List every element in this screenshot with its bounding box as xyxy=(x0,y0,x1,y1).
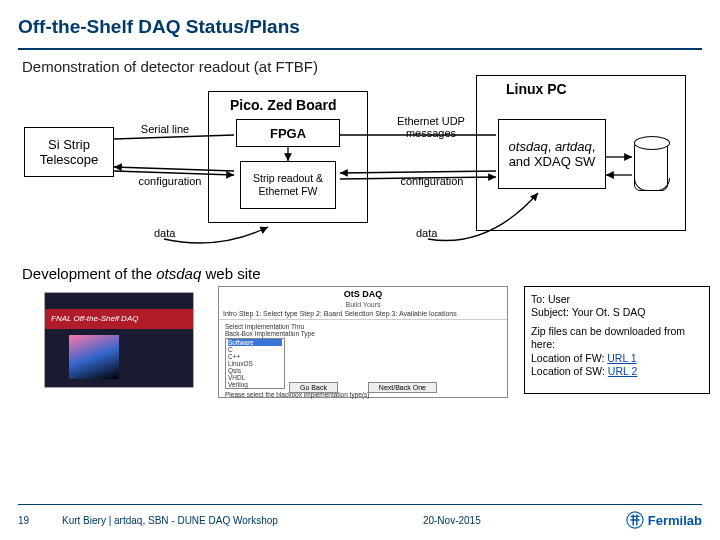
database-icon xyxy=(634,141,668,191)
label-serial-line: Serial line xyxy=(130,123,200,135)
label-linuxpc: Linux PC xyxy=(506,81,567,97)
msg-subject: Subject: Your Ot. S DAQ xyxy=(531,306,703,319)
wizard-subtitle: Build Yours xyxy=(219,301,507,308)
label-configuration-right: configuration xyxy=(392,175,472,187)
link-sw-url[interactable]: URL 2 xyxy=(608,365,637,377)
screenshot-homepage-banner: FNAL Off-the-Shelf DAQ xyxy=(45,309,193,329)
msg-to: To: User xyxy=(531,293,703,306)
box-daq-software: otsdaq, artdaq, and XDAQ SW xyxy=(498,119,606,189)
readout-diagram: Si Strip Telescope Pico. Zed Board FPGA … xyxy=(18,79,702,259)
label-data-left: data xyxy=(154,227,175,239)
link-fw-url[interactable]: URL 1 xyxy=(607,352,636,364)
label-picozed: Pico. Zed Board xyxy=(230,97,337,113)
wizard-title: OtS DAQ xyxy=(219,287,507,301)
section-website-heading: Development of the otsdaq web site xyxy=(0,259,720,282)
wizard-back-btn: Go Back xyxy=(289,382,338,393)
email-message-box: To: User Subject: Your Ot. S DAQ Zip fil… xyxy=(524,286,710,394)
footer-date: 20-Nov-2015 xyxy=(423,515,481,526)
wizard-tabs: Intro Step 1: Select type Step 2: Board … xyxy=(219,308,507,320)
screenshots-row: FNAL Off-the-Shelf DAQ OtS DAQ Build You… xyxy=(18,286,702,406)
footer-credit: Kurt Biery | artdaq, SBN - DUNE DAQ Work… xyxy=(62,515,278,526)
box-strip-readout-fw: Strip readout & Ethernet FW xyxy=(240,161,336,209)
label-data-right: data xyxy=(416,227,437,239)
box-si-telescope: Si Strip Telescope xyxy=(24,127,114,177)
label-ethernet-udp: Ethernet UDP messages xyxy=(386,115,476,139)
page-number: 19 xyxy=(18,515,42,526)
wizard-next-btn: Next/Back One xyxy=(368,382,437,393)
fermilab-logo: Fermilab xyxy=(626,511,702,529)
box-fpga: FPGA xyxy=(236,119,340,147)
screenshot-homepage-thumb xyxy=(69,335,119,379)
label-configuration-left: configuration xyxy=(130,175,210,187)
msg-body: Zip files can be downloaded from here: xyxy=(531,325,703,351)
screenshot-wizard: OtS DAQ Build Yours Intro Step 1: Select… xyxy=(218,286,508,398)
slide-title: Off-the-Shelf DAQ Status/Plans xyxy=(18,16,702,38)
slide-footer: 19 Kurt Biery | artdaq, SBN - DUNE DAQ W… xyxy=(0,504,720,540)
screenshot-homepage: FNAL Off-the-Shelf DAQ xyxy=(44,292,194,388)
